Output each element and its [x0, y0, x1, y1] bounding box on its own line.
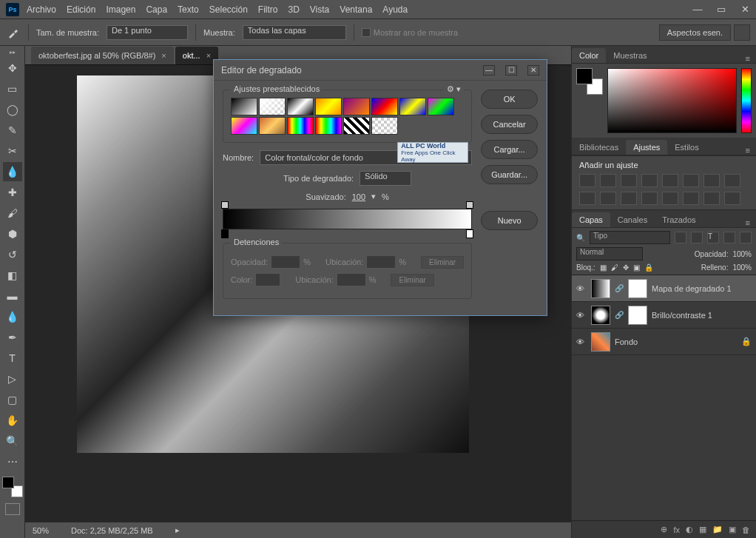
new-button[interactable]: Nuevo: [481, 211, 538, 230]
dialog-minimize-button[interactable]: —: [483, 65, 495, 75]
quickmask-toggle[interactable]: [5, 503, 20, 515]
blend-mode-select[interactable]: Normal: [576, 247, 643, 260]
adjust-threshold-icon[interactable]: [662, 192, 678, 205]
filter-smart-icon[interactable]: [740, 232, 752, 243]
menu-ventana[interactable]: Ventana: [340, 4, 372, 15]
stamp-tool[interactable]: ⬢: [3, 224, 22, 243]
delete-opacity-stop-button[interactable]: Eliminar: [421, 256, 464, 269]
opacity-stop-right[interactable]: [466, 201, 473, 209]
gradient-tool[interactable]: ▬: [3, 286, 22, 306]
adjust-selective-color-icon[interactable]: [703, 192, 720, 205]
delete-color-stop-button[interactable]: Eliminar: [391, 274, 433, 286]
sample-select[interactable]: Todas las capas: [243, 25, 346, 40]
zoom-tool[interactable]: 🔍: [3, 431, 22, 451]
lock-all-icon[interactable]: 🔒: [644, 263, 653, 272]
filter-type-icon[interactable]: T: [707, 232, 719, 243]
lock-pixels-icon[interactable]: ▦: [600, 263, 607, 272]
menu-filtro[interactable]: Filtro: [258, 4, 278, 15]
adjust-curves-icon[interactable]: [621, 174, 637, 187]
adjust-channel-mixer-icon[interactable]: [579, 192, 595, 205]
menu-3d[interactable]: 3D: [288, 4, 299, 15]
crop-tool[interactable]: ✂: [3, 141, 22, 161]
menu-seleccion[interactable]: Selección: [209, 4, 248, 15]
adjust-exposure-icon[interactable]: [641, 174, 658, 187]
eraser-tool[interactable]: ◧: [3, 266, 22, 285]
smooth-value[interactable]: 100: [352, 192, 365, 201]
adjust-layer-icon[interactable]: ▦: [699, 525, 706, 534]
lock-position-icon[interactable]: ✥: [623, 263, 629, 272]
preset-swatch[interactable]: [287, 117, 314, 135]
layer-row[interactable]: 👁 🔗 Brillo/contraste 1: [572, 302, 756, 329]
fgbg-swatch[interactable]: [2, 477, 23, 497]
maximize-button[interactable]: ▭: [716, 4, 726, 15]
tab-capas[interactable]: Capas: [572, 212, 610, 227]
opacity-stop-left[interactable]: [221, 201, 229, 209]
adjust-posterize-icon[interactable]: [641, 192, 658, 205]
close-button[interactable]: ✕: [740, 4, 750, 15]
document-tab-2[interactable]: okt... ×: [175, 47, 218, 64]
path-select-tool[interactable]: ▷: [3, 369, 22, 389]
preset-swatch[interactable]: [287, 98, 314, 115]
adjust-photo-filter-icon[interactable]: [724, 174, 740, 187]
filter-adjust-icon[interactable]: [691, 232, 703, 243]
ok-button[interactable]: OK: [481, 90, 538, 109]
document-tab-1[interactable]: oktoberfest.jpg al 50% (RGB/8#) ×: [31, 47, 174, 64]
minimize-button[interactable]: —: [692, 4, 703, 15]
preset-swatch[interactable]: [371, 98, 398, 115]
adjust-levels-icon[interactable]: [600, 174, 616, 187]
doc-size[interactable]: Doc: 2,25 MB/2,25 MB: [71, 526, 153, 535]
hue-slider[interactable]: [741, 68, 752, 133]
preset-swatch[interactable]: [428, 98, 454, 115]
healing-tool[interactable]: ✚: [3, 183, 22, 202]
layer-filter-select[interactable]: Tipo: [590, 231, 670, 244]
fgbg-swatch-panel[interactable]: [576, 68, 603, 95]
eyedropper-tool[interactable]: 💧: [3, 162, 22, 181]
menu-vista[interactable]: Vista: [310, 4, 329, 15]
lasso-tool[interactable]: ◯: [3, 100, 22, 119]
preset-swatch[interactable]: [231, 98, 257, 115]
preset-swatch[interactable]: [371, 117, 398, 135]
gradient-bar[interactable]: [223, 209, 472, 229]
tab-estilos[interactable]: Estilos: [667, 140, 706, 155]
tab-bibliotecas[interactable]: Bibliotecas: [572, 140, 626, 155]
tab-color[interactable]: Color: [572, 48, 606, 63]
lock-brush-icon[interactable]: 🖌: [611, 263, 618, 272]
adjust-invert-icon[interactable]: [621, 192, 637, 205]
tab-trazados[interactable]: Trazados: [655, 212, 703, 227]
trash-icon[interactable]: 🗑: [742, 525, 750, 534]
show-ring-checkbox[interactable]: Mostrar aro de muestra: [362, 28, 458, 37]
save-button[interactable]: Guardar...: [481, 165, 538, 184]
sample-size-select[interactable]: De 1 punto: [107, 25, 188, 40]
move-tool[interactable]: ✥: [3, 58, 22, 78]
link-layers-icon[interactable]: ⊕: [661, 525, 667, 534]
adjust-vibrance-icon[interactable]: [662, 174, 678, 187]
adjust-more-icon[interactable]: [724, 192, 740, 205]
cancel-button[interactable]: Cancelar: [481, 115, 538, 134]
search-button[interactable]: [734, 24, 750, 41]
shape-tool[interactable]: ▢: [3, 390, 22, 409]
color-stop-left[interactable]: [221, 229, 229, 238]
dialog-maximize-button[interactable]: ☐: [505, 65, 517, 75]
mask-icon[interactable]: ◐: [686, 525, 693, 534]
preset-swatch[interactable]: [259, 98, 286, 115]
hand-tool[interactable]: ✋: [3, 411, 22, 430]
panel-menu-icon[interactable]: ≡: [740, 54, 756, 63]
gradient-type-select[interactable]: Sólido: [360, 171, 411, 186]
zoom-value[interactable]: 50%: [33, 526, 49, 535]
color-field[interactable]: [607, 68, 737, 133]
preset-swatch[interactable]: [259, 117, 286, 135]
adjust-gradient-map-icon[interactable]: [683, 192, 699, 205]
stop-opacity-input[interactable]: [271, 255, 300, 269]
stop-color-swatch[interactable]: [255, 273, 280, 286]
tab-canales[interactable]: Canales: [610, 212, 655, 227]
quick-select-tool[interactable]: ✎: [3, 121, 22, 140]
dialog-close-button[interactable]: ✕: [527, 65, 539, 75]
panel-menu-icon[interactable]: ≡: [740, 146, 756, 155]
tab-muestras[interactable]: Muestras: [606, 48, 654, 63]
filter-shape-icon[interactable]: [723, 232, 735, 243]
workspace-button[interactable]: Aspectos esen.: [659, 24, 731, 41]
stop-location-input[interactable]: [366, 255, 396, 269]
menu-edicion[interactable]: Edición: [67, 4, 95, 15]
panel-menu-icon[interactable]: ≡: [740, 218, 756, 227]
tab-ajustes[interactable]: Ajustes: [626, 140, 667, 155]
